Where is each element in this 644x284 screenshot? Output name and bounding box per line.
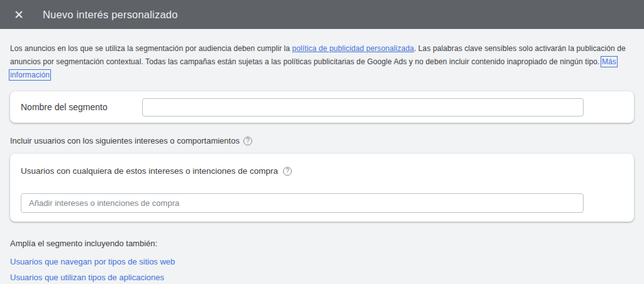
interests-card-title: Usuarios con cualquiera de estos interes… [21,166,278,176]
include-users-section: Incluir usuarios con los siguientes inte… [10,136,634,145]
help-icon[interactable]: ? [283,167,292,176]
expand-segment-label: Amplía el segmento incluyendo también: [10,239,634,248]
add-interests-input[interactable] [21,193,584,213]
segment-name-card: Nombre del segmento [10,91,634,123]
expand-links-group: Usuarios que navegan por tipos de sitios… [10,257,634,282]
use-app-types-link[interactable]: Usuarios que utilizan tipos de aplicacio… [10,273,164,282]
segment-name-input[interactable] [142,98,584,116]
disclaimer-text-1: Los anuncios en los que se utiliza la se… [10,44,292,53]
segment-name-label: Nombre del segmento [21,102,142,112]
interests-card: Usuarios con cualquiera de estos interes… [10,154,634,222]
interests-card-header: Usuarios con cualquiera de estos interes… [21,166,623,176]
include-users-label: Incluir usuarios con los siguientes inte… [10,136,240,145]
personalized-advertising-policy-link[interactable]: política de publicidad personalizada [292,44,414,53]
browse-website-types-link[interactable]: Usuarios que navegan por tipos de sitios… [10,257,175,266]
page-title: Nuevo interés personalizado [43,9,178,21]
close-icon[interactable]: ✕ [11,7,26,22]
dialog-header: ✕ Nuevo interés personalizado [0,0,644,29]
policy-disclaimer: Los anuncios en los que se utiliza la se… [10,42,634,82]
help-icon[interactable]: ? [243,137,252,145]
